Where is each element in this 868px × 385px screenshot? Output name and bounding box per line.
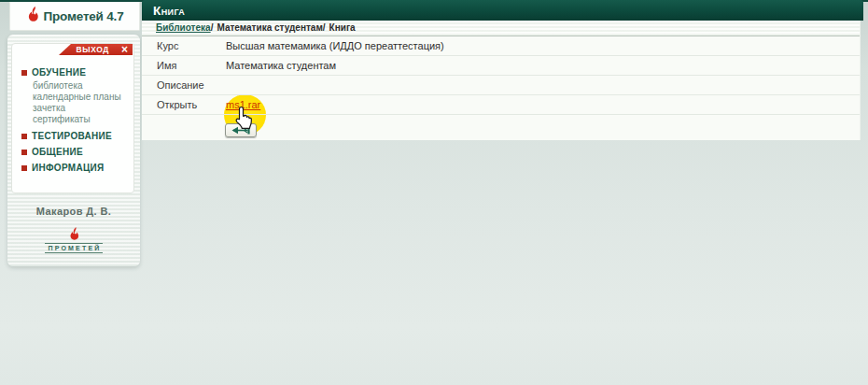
breadcrumb-link-library[interactable]: Библиотека: [156, 22, 211, 33]
logo-panel: Прометей 4.7: [9, 2, 140, 31]
field-row-description: Описание: [142, 76, 860, 95]
bullet-icon: [21, 70, 27, 76]
page-title: Книга: [142, 4, 185, 18]
field-label: Открыть: [157, 95, 197, 114]
flame-icon: [68, 226, 80, 245]
user-name: Макаров Д. В.: [7, 206, 140, 217]
sidebar-menu-panel: ВЫХОД × ОБУЧЕНИЕ библиотека календарные …: [11, 43, 134, 193]
page: Прометей 4.7 ВЫХОД × ОБУЧЕНИЕ библиотека…: [0, 0, 868, 385]
close-icon[interactable]: ×: [121, 45, 128, 54]
bullet-icon: [21, 165, 27, 171]
content-panel: Библиотека/Математика студентам/Книга Ку…: [142, 21, 861, 140]
cursor-icon: [234, 106, 254, 135]
field-label: Курс: [157, 36, 178, 55]
breadcrumb-separator: /: [323, 22, 326, 33]
sidebar-item-biblioteka[interactable]: библиотека: [33, 80, 128, 92]
prometey-footer-logo: ПРОМЕТЕЙ: [7, 226, 140, 253]
sidebar-menu: ОБУЧЕНИЕ библиотека календарные планы за…: [12, 44, 133, 174]
menu-header-label: ОБЩЕНИЕ: [32, 147, 83, 157]
sidebar-item-testirovanie[interactable]: ТЕСТИРОВАНИЕ: [21, 130, 128, 142]
sidebar-item-informaciya[interactable]: ИНФОРМАЦИЯ: [21, 162, 128, 174]
field-row-name: Имя Математика студентам: [142, 56, 860, 76]
menu-header-label: ИНФОРМАЦИЯ: [32, 163, 105, 173]
breadcrumb-item-course: Математика студентам: [217, 22, 322, 33]
breadcrumb: Библиотека/Математика студентам/Книга: [142, 21, 860, 36]
field-value: Высшая матемамика (ИДДО переаттестация): [226, 36, 444, 55]
field-label: Имя: [157, 56, 176, 75]
sidebar-item-sertifikaty[interactable]: сертификаты: [33, 114, 128, 125]
sidebar-item-zachetka[interactable]: зачетка: [33, 103, 128, 114]
flame-icon: [26, 6, 40, 26]
field-value: Математика студентам: [226, 56, 336, 75]
page-title-bar: Книга: [142, 0, 863, 21]
sidebar: ВЫХОД × ОБУЧЕНИЕ библиотека календарные …: [7, 35, 140, 266]
submenu-obuchenie: библиотека календарные планы зачетка сер…: [33, 80, 128, 125]
menu-header-label: ОБУЧЕНИЕ: [32, 67, 86, 78]
app-logo-text: Прометей 4.7: [44, 9, 124, 23]
breadcrumb-item-book: Книга: [329, 22, 356, 33]
footer-logo-text: ПРОМЕТЕЙ: [45, 243, 102, 253]
field-row-course: Курс Высшая матемамика (ИДДО переаттеста…: [142, 36, 860, 56]
sidebar-item-kalendarnye-plany[interactable]: календарные планы: [33, 92, 128, 103]
menu-header-label: ТЕСТИРОВАНИЕ: [32, 131, 112, 141]
bullet-icon: [21, 150, 27, 155]
sidebar-item-obschenie[interactable]: ОБЩЕНИЕ: [21, 146, 128, 158]
field-label: Описание: [157, 76, 204, 94]
exit-label: ВЫХОД: [77, 45, 109, 54]
sidebar-item-obuchenie[interactable]: ОБУЧЕНИЕ: [21, 66, 128, 78]
bullet-icon: [21, 134, 27, 139]
exit-button[interactable]: ВЫХОД ×: [59, 44, 133, 55]
breadcrumb-separator: /: [211, 22, 214, 33]
